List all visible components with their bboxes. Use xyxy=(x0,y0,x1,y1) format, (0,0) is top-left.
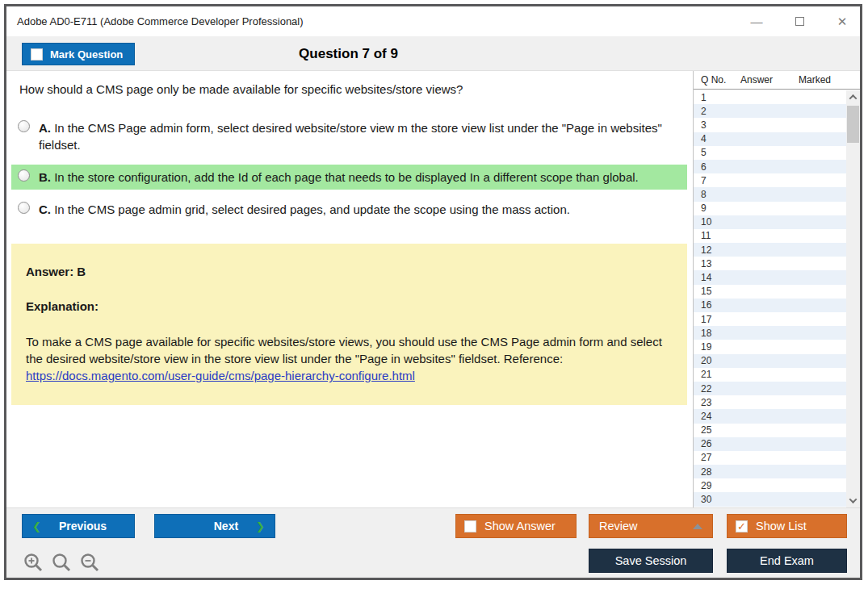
question-list-scrollbar[interactable] xyxy=(846,90,860,507)
chevron-left-icon: ❮ xyxy=(32,520,41,532)
question-list-panel: Q No. Answer Marked 12345678910111213141… xyxy=(693,71,860,507)
question-list-row[interactable]: 24 xyxy=(694,409,846,423)
question-list-header: Q No. Answer Marked xyxy=(694,71,860,90)
answer-option[interactable]: C. In the CMS page admin grid, select de… xyxy=(11,197,687,222)
option-radio[interactable] xyxy=(18,202,30,214)
question-list-row[interactable]: 28 xyxy=(694,465,846,478)
question-list-row[interactable]: 29 xyxy=(694,478,846,492)
zoom-reset-icon[interactable] xyxy=(52,553,72,573)
question-text: How should a CMS page only be made avail… xyxy=(18,82,686,96)
maximize-box xyxy=(795,17,804,26)
option-radio[interactable] xyxy=(18,120,30,132)
question-list-row[interactable]: 27 xyxy=(694,451,846,465)
question-list-row[interactable]: 20 xyxy=(694,354,846,368)
explanation-body: To make a CMS page available for specifi… xyxy=(26,333,673,368)
chevron-right-icon: ❯ xyxy=(256,520,265,532)
question-list-row[interactable]: 1 xyxy=(694,90,846,104)
chevron-up-icon xyxy=(849,94,858,102)
question-list-row[interactable]: 2 xyxy=(694,104,846,118)
answer-option[interactable]: B. In the store configuration, add the I… xyxy=(11,165,687,190)
question-list-row[interactable]: 25 xyxy=(694,424,846,437)
review-label: Review xyxy=(599,520,638,532)
scroll-up-icon[interactable] xyxy=(846,90,860,104)
save-session-label: Save Session xyxy=(615,554,687,567)
footer-bar: ❮ Previous Next ❯ Show Answer Review ✓ S… xyxy=(6,507,860,578)
zoom-out-icon[interactable] xyxy=(80,553,100,573)
question-list-row[interactable]: 5 xyxy=(694,146,846,160)
reference-link[interactable]: https://docs.magento.com/user-guide/cms/… xyxy=(26,367,415,384)
chevron-down-icon xyxy=(849,495,858,503)
question-list-row[interactable]: 4 xyxy=(694,132,846,146)
question-list-row[interactable]: 12 xyxy=(694,243,846,257)
scroll-down-icon[interactable] xyxy=(846,494,860,507)
question-counter: Question 7 of 9 xyxy=(6,36,690,71)
end-exam-button[interactable]: End Exam xyxy=(727,549,847,573)
option-text: B. In the store configuration, add the I… xyxy=(39,169,639,186)
next-label: Next xyxy=(214,520,238,532)
explanation-box: Answer: B Explanation: To make a CMS pag… xyxy=(11,244,687,405)
question-list-row[interactable]: 19 xyxy=(694,340,846,353)
options-list: A. In the CMS Page admin form, select de… xyxy=(18,115,686,222)
question-list-row[interactable]: 23 xyxy=(694,395,846,409)
save-session-button[interactable]: Save Session xyxy=(589,549,713,573)
explanation-label: Explanation: xyxy=(26,298,673,315)
zoom-toolbar xyxy=(23,553,100,573)
question-list-row[interactable]: 26 xyxy=(694,437,846,451)
question-list-row[interactable]: 8 xyxy=(694,187,846,201)
question-list-row[interactable]: 22 xyxy=(694,382,846,395)
next-button[interactable]: Next ❯ xyxy=(154,514,275,538)
caret-up-icon xyxy=(693,524,702,529)
minimize-icon[interactable]: — xyxy=(748,14,765,30)
maximize-icon[interactable] xyxy=(791,14,807,30)
check-icon: ✓ xyxy=(737,521,746,532)
question-list-row[interactable]: 9 xyxy=(694,202,846,215)
main-content: How should a CMS page only be made avail… xyxy=(6,71,860,507)
review-dropdown-button[interactable]: Review xyxy=(589,514,713,538)
question-list-row[interactable]: 13 xyxy=(694,257,846,270)
option-text: A. In the CMS Page admin form, select de… xyxy=(39,119,686,153)
window-title: Adobe AD0-E711 (Adobe Commerce Developer… xyxy=(17,15,304,27)
question-area: How should a CMS page only be made avail… xyxy=(6,71,693,507)
app-window: Adobe AD0-E711 (Adobe Commerce Developer… xyxy=(4,4,862,580)
question-list-body: 1234567891011121314151617181920212223242… xyxy=(694,90,846,507)
answer-option[interactable]: A. In the CMS Page admin form, select de… xyxy=(11,115,687,157)
column-qno: Q No. xyxy=(694,74,740,86)
scrollbar-thumb[interactable] xyxy=(847,106,859,143)
option-radio[interactable] xyxy=(18,169,30,182)
option-text: C. In the CMS page admin grid, select de… xyxy=(39,201,570,218)
question-list-row[interactable]: 21 xyxy=(694,368,846,382)
question-list-row[interactable]: 11 xyxy=(694,229,846,243)
question-list-row[interactable]: 10 xyxy=(694,215,846,229)
question-list-row[interactable]: 3 xyxy=(694,118,846,132)
answer-label: Answer: B xyxy=(26,263,673,280)
previous-label: Previous xyxy=(59,520,107,532)
header-bar: Mark Question Question 7 of 9 xyxy=(6,36,860,71)
question-list-row[interactable]: 15 xyxy=(694,285,846,299)
end-exam-label: End Exam xyxy=(760,554,814,567)
question-list-row[interactable]: 7 xyxy=(694,173,846,187)
close-icon[interactable]: ✕ xyxy=(834,14,850,30)
question-list-row[interactable]: 17 xyxy=(694,312,846,326)
desktop-background: Adobe AD0-E711 (Adobe Commerce Developer… xyxy=(0,0,868,593)
column-marked: Marked xyxy=(799,74,847,86)
question-list-row[interactable]: 6 xyxy=(694,160,846,173)
show-answer-button[interactable]: Show Answer xyxy=(455,514,577,538)
question-list-row[interactable]: 14 xyxy=(694,270,846,284)
question-list-row[interactable]: 18 xyxy=(694,326,846,340)
show-list-button[interactable]: ✓ Show List xyxy=(727,514,847,538)
question-list-row[interactable]: 30 xyxy=(694,492,846,506)
show-list-checkbox[interactable]: ✓ xyxy=(736,520,748,532)
zoom-in-icon[interactable] xyxy=(23,553,44,573)
show-list-label: Show List xyxy=(756,520,807,532)
show-answer-label: Show Answer xyxy=(484,520,556,532)
question-list-row[interactable]: 16 xyxy=(694,299,846,312)
titlebar: Adobe AD0-E711 (Adobe Commerce Developer… xyxy=(6,6,860,36)
column-answer: Answer xyxy=(740,74,799,86)
show-answer-checkbox[interactable] xyxy=(464,520,476,532)
previous-button[interactable]: ❮ Previous xyxy=(22,514,135,538)
window-controls: — ✕ xyxy=(748,6,850,36)
